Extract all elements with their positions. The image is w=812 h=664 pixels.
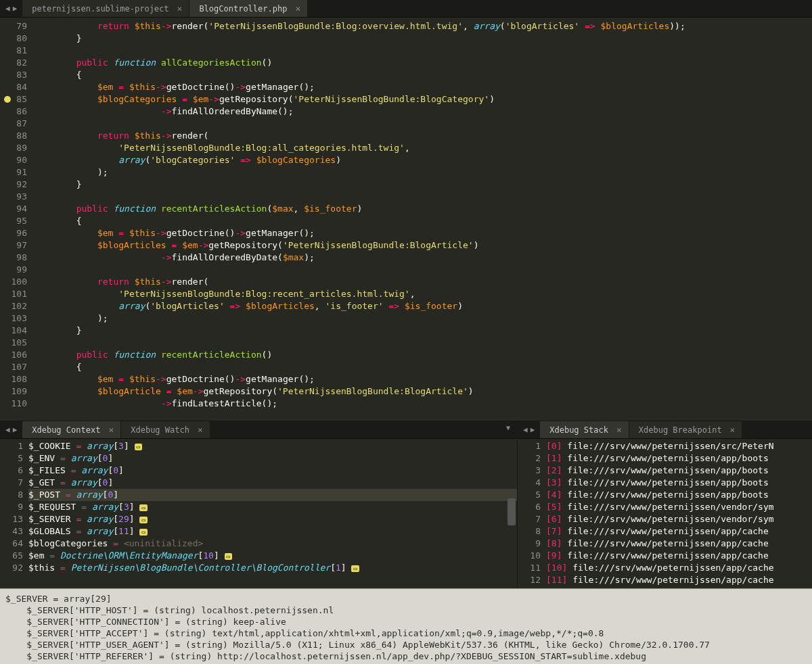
code-line[interactable]: $em = $this->getDoctrine()->getManager()… bbox=[34, 81, 685, 93]
stack-row[interactable]: [10] file:///srv/www/peternijssen/app/ca… bbox=[546, 562, 812, 574]
nav-back-icon[interactable]: ◀ bbox=[523, 425, 528, 434]
close-icon[interactable]: × bbox=[295, 3, 300, 14]
code-line[interactable]: { bbox=[34, 361, 685, 373]
code-line[interactable]: $em = $this->getDoctrine()->getManager()… bbox=[34, 227, 685, 239]
code-editor[interactable]: 7980818283848586878889909192939495969798… bbox=[0, 18, 812, 421]
code-line[interactable]: return $this->render( bbox=[34, 276, 685, 288]
code-line[interactable]: } bbox=[34, 179, 685, 191]
code-line[interactable] bbox=[34, 191, 685, 203]
tab-nav[interactable]: ◀ ▶ bbox=[0, 0, 22, 17]
close-icon[interactable]: × bbox=[730, 425, 736, 435]
context-row[interactable]: $GLOBALS = array[11] ▭ bbox=[28, 525, 517, 538]
tab-nav[interactable]: ◀ ▶ bbox=[0, 421, 22, 438]
panel-left-tabs: ◀ ▶ Xdebug Context × Xdebug Watch × ▼ bbox=[0, 421, 517, 439]
code-line[interactable] bbox=[34, 337, 685, 349]
context-row[interactable]: $_COOKIE = array[3] ▭ bbox=[28, 440, 517, 452]
code-line[interactable]: $blogArticle = $em->getRepository('Peter… bbox=[34, 385, 685, 398]
stack-row[interactable]: [0] file:///srv/www/peternijssen/src/Pet… bbox=[546, 440, 812, 452]
nav-back-icon[interactable]: ◀ bbox=[5, 4, 10, 13]
tab-xdebug-stack[interactable]: Xdebug Stack × bbox=[540, 421, 629, 438]
panel-xdebug-context: ◀ ▶ Xdebug Context × Xdebug Watch × ▼ 15… bbox=[0, 421, 518, 588]
context-body[interactable]: 1567891343646592 $_COOKIE = array[3] ▭$_… bbox=[0, 439, 517, 588]
context-row[interactable]: $this = PeterNijssen\BlogBundle\Controll… bbox=[28, 562, 517, 574]
tab-nav[interactable]: ◀ ▶ bbox=[518, 421, 540, 438]
code-line[interactable]: public function recentArticleAction() bbox=[34, 349, 685, 361]
code-line[interactable]: $em = $this->getDoctrine()->getManager()… bbox=[34, 373, 685, 385]
code-line[interactable]: ); bbox=[34, 166, 685, 179]
close-icon[interactable]: × bbox=[198, 425, 203, 435]
context-row[interactable]: $_SERVER = array[29] ▭ bbox=[28, 513, 517, 525]
context-row[interactable]: $_ENV = array[0] bbox=[28, 452, 517, 465]
code-line[interactable]: ->findAllOrderedByName(); bbox=[34, 105, 685, 118]
stack-row[interactable]: [6] file:///srv/www/peternijssen/vendor/… bbox=[546, 513, 812, 525]
tab-blogcontroller[interactable]: BlogController.php × bbox=[189, 0, 308, 17]
stack-content[interactable]: [0] file:///srv/www/peternijssen/src/Pet… bbox=[546, 439, 812, 588]
line-gutter[interactable]: 7980818283848586878889909192939495969798… bbox=[0, 18, 34, 421]
code-line[interactable]: 'PeterNijssenBlogBundle:Blog:all_categor… bbox=[34, 142, 685, 154]
stack-row[interactable]: [4] file:///srv/www/peternijssen/app/boo… bbox=[546, 489, 812, 501]
code-line[interactable] bbox=[34, 264, 685, 276]
tab-xdebug-breakpoint[interactable]: Xdebug Breakpoint × bbox=[629, 421, 743, 438]
stack-row[interactable]: [8] file:///srv/www/peternijssen/app/cac… bbox=[546, 538, 812, 550]
stack-row[interactable]: [1] file:///srv/www/peternijssen/app/boo… bbox=[546, 452, 812, 465]
code-line[interactable]: public function recentArticlesAction($ma… bbox=[34, 203, 685, 215]
code-line[interactable]: 'PeterNijssenBlogBundle:Blog:recent_arti… bbox=[34, 288, 685, 300]
close-icon[interactable]: × bbox=[616, 425, 622, 435]
tab-project[interactable]: peternijssen.sublime-project × bbox=[22, 0, 189, 17]
code-line[interactable] bbox=[34, 118, 685, 130]
context-row[interactable]: $_GET = array[0] bbox=[28, 477, 517, 489]
top-tab-bar: ◀ ▶ peternijssen.sublime-project × BlogC… bbox=[0, 0, 812, 18]
tab-project-label: peternijssen.sublime-project bbox=[32, 4, 168, 14]
breakpoint-marker-icon[interactable] bbox=[4, 96, 11, 103]
tab-label: Xdebug Context bbox=[32, 425, 100, 435]
tab-xdebug-context[interactable]: Xdebug Context × bbox=[22, 421, 121, 438]
code-line[interactable]: $blogCategories = $em->getRepository('Pe… bbox=[34, 93, 685, 105]
line-gutter: 123456789101112 bbox=[518, 439, 546, 588]
code-line[interactable]: array('blogCategories' => $blogCategorie… bbox=[34, 154, 685, 166]
stack-row[interactable]: [3] file:///srv/www/peternijssen/app/boo… bbox=[546, 477, 812, 489]
stack-body[interactable]: 123456789101112 [0] file:///srv/www/pete… bbox=[518, 439, 812, 588]
tab-label: Xdebug Watch bbox=[131, 425, 189, 435]
context-content[interactable]: $_COOKIE = array[3] ▭$_ENV = array[0]$_F… bbox=[28, 439, 517, 588]
code-content[interactable]: return $this->render('PeterNijssenBlogBu… bbox=[34, 18, 685, 421]
lower-panels: ◀ ▶ Xdebug Context × Xdebug Watch × ▼ 15… bbox=[0, 421, 812, 588]
code-line[interactable]: return $this->render('PeterNijssenBlogBu… bbox=[34, 20, 685, 32]
tab-label: Xdebug Stack bbox=[549, 425, 608, 435]
output-panel[interactable]: $_SERVER = array[29] $_SERVER['HTTP_HOST… bbox=[0, 588, 812, 664]
stack-row[interactable]: [9] file:///srv/www/peternijssen/app/cac… bbox=[546, 550, 812, 562]
tab-blogcontroller-label: BlogController.php bbox=[199, 4, 287, 14]
code-line[interactable]: ->findLatestArticle(); bbox=[34, 398, 685, 410]
code-line[interactable]: { bbox=[34, 215, 685, 227]
panel-xdebug-stack: ◀ ▶ Xdebug Stack × Xdebug Breakpoint × 1… bbox=[518, 421, 812, 588]
code-line[interactable]: } bbox=[34, 32, 685, 45]
context-row[interactable]: $blogCategories = <uninitialized> bbox=[28, 538, 517, 550]
stack-row[interactable]: [7] file:///srv/www/peternijssen/app/cac… bbox=[546, 525, 812, 538]
close-icon[interactable]: × bbox=[177, 3, 183, 14]
nav-forward-icon[interactable]: ▶ bbox=[13, 425, 18, 434]
code-line[interactable]: { bbox=[34, 69, 685, 81]
stack-row[interactable]: [5] file:///srv/www/peternijssen/vendor/… bbox=[546, 501, 812, 513]
nav-forward-icon[interactable]: ▶ bbox=[531, 425, 535, 434]
tab-dropdown-icon[interactable]: ▼ bbox=[499, 421, 517, 438]
code-line[interactable] bbox=[34, 45, 685, 57]
code-line[interactable]: array('blogArticles' => $blogArticles, '… bbox=[34, 300, 685, 312]
code-line[interactable]: $blogArticles = $em->getRepository('Pete… bbox=[34, 239, 685, 252]
tab-xdebug-watch[interactable]: Xdebug Watch × bbox=[121, 421, 210, 438]
stack-row[interactable]: [11] file:///srv/www/peternijssen/app/ca… bbox=[546, 574, 812, 586]
code-line[interactable]: ->findAllOrderedByDate($max); bbox=[34, 252, 685, 264]
context-row[interactable]: $_POST = array[0] bbox=[28, 489, 517, 501]
code-line[interactable]: } bbox=[34, 325, 685, 337]
context-row[interactable]: $em = Doctrine\ORM\EntityManager[10] ▭ bbox=[28, 550, 517, 562]
close-icon[interactable]: × bbox=[108, 425, 114, 435]
code-line[interactable]: public function allCategoriesAction() bbox=[34, 57, 685, 69]
nav-back-icon[interactable]: ◀ bbox=[5, 425, 10, 434]
code-line[interactable]: return $this->render( bbox=[34, 130, 685, 142]
tab-label: Xdebug Breakpoint bbox=[639, 425, 722, 435]
stack-row[interactable]: [2] file:///srv/www/peternijssen/app/boo… bbox=[546, 465, 812, 477]
line-gutter: 1567891343646592 bbox=[0, 439, 28, 588]
nav-forward-icon[interactable]: ▶ bbox=[13, 4, 18, 13]
code-line[interactable]: ); bbox=[34, 312, 685, 325]
scrollbar-thumb[interactable] bbox=[508, 498, 516, 525]
context-row[interactable]: $_REQUEST = array[3] ▭ bbox=[28, 501, 517, 513]
context-row[interactable]: $_FILES = array[0] bbox=[28, 465, 517, 477]
